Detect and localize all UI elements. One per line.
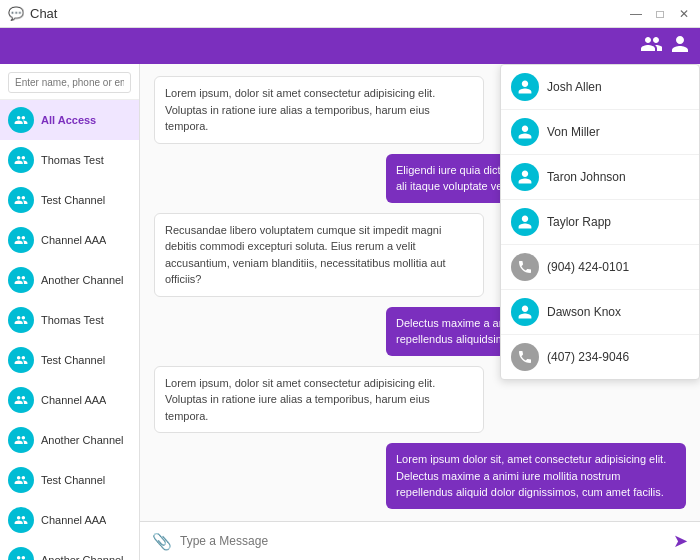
sidebar-avatar xyxy=(8,187,34,213)
sidebar-avatar xyxy=(8,107,34,133)
sidebar-avatar xyxy=(8,307,34,333)
dropdown-item[interactable]: Dawson Knox xyxy=(501,290,699,335)
dropdown-item[interactable]: Josh Allen xyxy=(501,65,699,110)
dropdown-item-name: Von Miller xyxy=(547,125,600,139)
sidebar-item-label: Another Channel xyxy=(41,434,124,446)
chat-message-left: Lorem ipsum, dolor sit amet consectetur … xyxy=(154,366,484,434)
sidebar-item[interactable]: Channel AAA xyxy=(0,220,139,260)
dropdown-item-name: Josh Allen xyxy=(547,80,602,94)
dropdown-avatar xyxy=(511,118,539,146)
dropdown-item[interactable]: Von Miller xyxy=(501,110,699,155)
sidebar-item-label: Test Channel xyxy=(41,354,105,366)
sidebar-item-label: Another Channel xyxy=(41,274,124,286)
sidebar-item[interactable]: Another Channel xyxy=(0,540,139,560)
sidebar-avatar xyxy=(8,427,34,453)
sidebar: All Access Thomas Test Test Channel Chan… xyxy=(0,64,140,560)
sidebar-avatar xyxy=(8,507,34,533)
window-controls: — □ ✕ xyxy=(628,7,692,21)
sidebar-item[interactable]: Channel AAA xyxy=(0,500,139,540)
sidebar-item[interactable]: Thomas Test xyxy=(0,140,139,180)
sidebar-item-label: Channel AAA xyxy=(41,514,106,526)
sidebar-item[interactable]: Channel AAA xyxy=(0,380,139,420)
dropdown-avatar xyxy=(511,163,539,191)
sidebar-item[interactable]: Thomas Test xyxy=(0,300,139,340)
sidebar-avatar xyxy=(8,227,34,253)
sidebar-avatar xyxy=(8,147,34,173)
sidebar-item[interactable]: Test Channel xyxy=(0,340,139,380)
sidebar-item-label: Thomas Test xyxy=(41,314,104,326)
message-input[interactable] xyxy=(180,534,665,548)
sidebar-item[interactable]: All Access xyxy=(0,100,139,140)
send-button[interactable]: ➤ xyxy=(673,530,688,552)
sidebar-avatar xyxy=(8,267,34,293)
dropdown-avatar xyxy=(511,73,539,101)
dropdown-item-name: Taron Johnson xyxy=(547,170,626,184)
user-icon[interactable] xyxy=(670,34,690,59)
app-icon: 💬 xyxy=(8,6,24,21)
dropdown-avatar xyxy=(511,253,539,281)
dropdown-item-name: (904) 424-0101 xyxy=(547,260,629,274)
dropdown-item[interactable]: (904) 424-0101 xyxy=(501,245,699,290)
sidebar-item-label: Another Channel xyxy=(41,554,124,560)
maximize-btn[interactable]: □ xyxy=(652,7,668,21)
minimize-btn[interactable]: — xyxy=(628,7,644,21)
sidebar-item[interactable]: Another Channel xyxy=(0,420,139,460)
search-container xyxy=(0,64,139,100)
app-title: Chat xyxy=(30,6,57,21)
toolbar xyxy=(0,28,700,64)
search-input[interactable] xyxy=(8,72,131,93)
chat-area: Lorem ipsum, dolor sit amet consectetur … xyxy=(140,64,700,560)
dropdown-panel: Josh Allen Von Miller Taron Johnson Tayl… xyxy=(500,64,700,380)
dropdown-item-name: Dawson Knox xyxy=(547,305,621,319)
dropdown-item-name: Taylor Rapp xyxy=(547,215,611,229)
sidebar-item-label: Test Channel xyxy=(41,474,105,486)
sidebar-avatar xyxy=(8,347,34,373)
close-btn[interactable]: ✕ xyxy=(676,7,692,21)
dropdown-avatar xyxy=(511,298,539,326)
main-content: All Access Thomas Test Test Channel Chan… xyxy=(0,64,700,560)
sidebar-item[interactable]: Test Channel xyxy=(0,460,139,500)
dropdown-avatar xyxy=(511,208,539,236)
chat-message-left: Recusandae libero voluptatem cumque sit … xyxy=(154,213,484,297)
sidebar-avatar xyxy=(8,467,34,493)
dropdown-avatar xyxy=(511,343,539,371)
dropdown-item[interactable]: Taylor Rapp xyxy=(501,200,699,245)
add-users-icon[interactable] xyxy=(640,35,662,58)
chat-message-left: Lorem ipsum, dolor sit amet consectetur … xyxy=(154,76,484,144)
sidebar-avatar xyxy=(8,387,34,413)
sidebar-item-label: Channel AAA xyxy=(41,234,106,246)
attachment-icon: 📎 xyxy=(152,532,172,551)
sidebar-item[interactable]: Test Channel xyxy=(0,180,139,220)
chat-message-right: Lorem ipsum dolor sit, amet consectetur … xyxy=(386,443,686,509)
sidebar-item-label: Channel AAA xyxy=(41,394,106,406)
sidebar-avatar xyxy=(8,547,34,560)
title-bar: 💬 Chat — □ ✕ xyxy=(0,0,700,28)
dropdown-item[interactable]: (407) 234-9046 xyxy=(501,335,699,379)
sidebar-item-label: All Access xyxy=(41,114,96,126)
dropdown-item[interactable]: Taron Johnson xyxy=(501,155,699,200)
chat-input-area: 📎 ➤ xyxy=(140,521,700,560)
sidebar-list: All Access Thomas Test Test Channel Chan… xyxy=(0,100,139,560)
sidebar-item-label: Thomas Test xyxy=(41,154,104,166)
dropdown-item-name: (407) 234-9046 xyxy=(547,350,629,364)
sidebar-item-label: Test Channel xyxy=(41,194,105,206)
sidebar-item[interactable]: Another Channel xyxy=(0,260,139,300)
